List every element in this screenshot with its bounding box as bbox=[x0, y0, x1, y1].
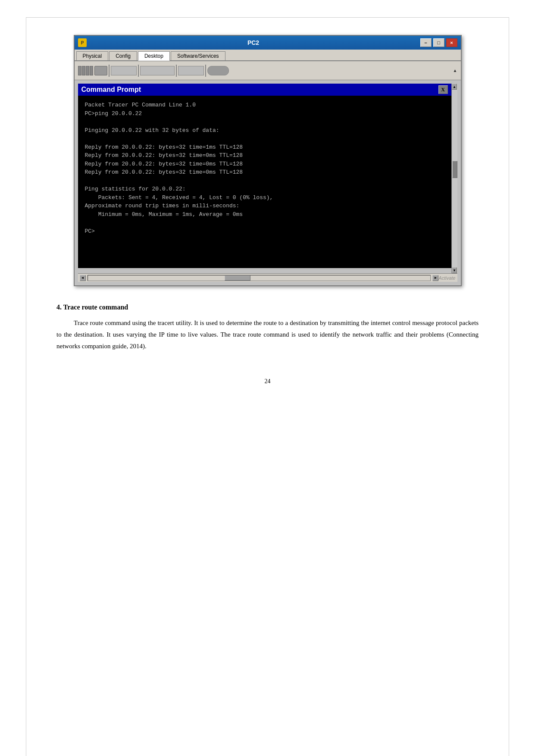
scroll-right-btn[interactable]: ► bbox=[432, 275, 438, 281]
cmd-close-button[interactable]: X bbox=[438, 85, 448, 94]
activate-watermark: Activate bbox=[438, 275, 455, 281]
section-title: Trace route command bbox=[63, 303, 128, 311]
tab-software-services[interactable]: Software/Services bbox=[171, 51, 225, 60]
pt-app-icon: P bbox=[78, 38, 87, 47]
cmd-window: Command Prompt X Packet Tracer PC Comman… bbox=[78, 84, 451, 268]
cmd-title: Command Prompt bbox=[81, 86, 141, 94]
window-title: PC2 bbox=[87, 39, 420, 46]
pt-window: P PC2 – □ × Physical Config Desktop Soft… bbox=[74, 35, 462, 286]
window-close-button[interactable]: × bbox=[446, 38, 457, 47]
tab-config[interactable]: Config bbox=[109, 51, 137, 60]
horizontal-scrollbar[interactable] bbox=[88, 275, 431, 281]
svg-text:P: P bbox=[81, 41, 84, 45]
cmd-title-bar: Command Prompt X bbox=[78, 84, 451, 96]
section-paragraph: Trace route command using the tracert ut… bbox=[56, 317, 479, 352]
scrollbar-thumb-horizontal[interactable] bbox=[225, 275, 250, 281]
cmd-body[interactable]: Packet Tracer PC Command Line 1.0 PC>pin… bbox=[78, 96, 451, 268]
pt-content: Command Prompt X Packet Tracer PC Comman… bbox=[75, 80, 461, 285]
scroll-left-btn[interactable]: ◄ bbox=[80, 275, 86, 281]
pt-window-wrapper: P PC2 – □ × Physical Config Desktop Soft… bbox=[56, 35, 479, 286]
pt-toolbar: ▲ bbox=[75, 61, 461, 80]
maximize-button[interactable]: □ bbox=[433, 38, 444, 47]
minimize-button[interactable]: – bbox=[420, 38, 432, 47]
tab-desktop[interactable]: Desktop bbox=[138, 51, 170, 61]
page-number: 24 bbox=[56, 378, 479, 385]
scrollbar-thumb-vertical[interactable] bbox=[452, 161, 457, 178]
section-number: 4. bbox=[56, 303, 62, 311]
window-controls: – □ × bbox=[420, 38, 457, 47]
tab-bar: Physical Config Desktop Software/Service… bbox=[75, 50, 461, 61]
pt-title-bar: P PC2 – □ × bbox=[75, 36, 461, 50]
tab-physical[interactable]: Physical bbox=[76, 51, 109, 60]
section-heading: 4. Trace route command bbox=[56, 303, 479, 311]
cmd-main: Command Prompt X Packet Tracer PC Comman… bbox=[78, 84, 451, 273]
horizontal-scrollbar-bar: ◄ ► Activate bbox=[78, 273, 457, 282]
page-container: P PC2 – □ × Physical Config Desktop Soft… bbox=[26, 17, 509, 756]
vertical-scrollbar[interactable]: ▲ ▼ bbox=[451, 84, 457, 273]
